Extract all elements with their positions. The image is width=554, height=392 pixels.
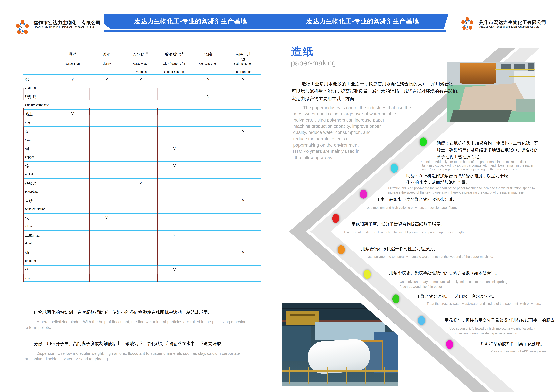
row-label-cn: 铀: [25, 250, 29, 255]
photo-shape: [289, 367, 290, 384]
paper-roll-photo: [282, 303, 398, 386]
logo-dot-icon: [467, 26, 468, 28]
row-label-cn: 二氧化钛: [25, 233, 40, 238]
row-label-en: clay: [25, 120, 30, 124]
logo-dot-icon: [19, 28, 21, 31]
bullet-dot-recycle-fibers: [360, 190, 367, 199]
photo-shape: [516, 99, 535, 112]
check-mark: V: [71, 111, 74, 116]
intro-en-line: papermaking on the environment.: [293, 143, 360, 148]
intro-en-line: machine production capacity, improve pap…: [293, 124, 381, 129]
row-label-en: aluminum: [25, 86, 38, 89]
logo-blob-icon: [25, 24, 29, 28]
col-header-cn: 沉降、过滤: [234, 52, 252, 62]
check-mark: V: [242, 250, 245, 255]
logo-dot-icon: [20, 23, 21, 25]
photo-shape: [384, 367, 385, 384]
check-mark: V: [242, 77, 245, 81]
col-header-en: Concentration: [199, 62, 217, 65]
row-label-en: calcium carbonate: [25, 103, 49, 107]
check-mark: V: [105, 77, 108, 81]
photo-shape: [282, 382, 398, 386]
col-header-en: Clarification after: [163, 62, 186, 65]
bullet-dot-water-treatment: [392, 294, 399, 303]
table-line: [23, 144, 261, 144]
photo-shape: [509, 76, 535, 77]
note-dispersion-en: or titanium dioxide in water, or send to…: [25, 357, 108, 361]
bullet-en: increase the speed of the drying operati…: [388, 191, 524, 194]
row-label-en: phosphate: [25, 190, 38, 193]
table-line: [56, 49, 56, 282]
photo-shape: [450, 110, 512, 122]
applications-table: 悬浮 suspension 澄清 clarify 废水处理 waste wate…: [23, 49, 261, 282]
intro-en-line: reduce the harmful effects of: [293, 136, 350, 141]
row-label-cn: 粘土: [25, 112, 33, 117]
table-line: [23, 109, 261, 110]
note-pelletizing-en: to form pellets.: [25, 325, 51, 330]
logo-blob-icon: [470, 20, 473, 24]
col-header-en: suspension: [65, 62, 80, 65]
photo-shape: [327, 367, 328, 384]
bullet-cn: 对AKD型施胶剂作阳离子化处理。: [480, 341, 544, 347]
check-mark: V: [71, 77, 74, 81]
logo-blob-icon: [469, 26, 472, 30]
row-label-cn: 碳酸钙: [25, 94, 36, 99]
table-line: [158, 49, 158, 282]
table-line: [23, 92, 261, 92]
page-title-cn: 造纸: [291, 44, 314, 59]
check-mark: V: [139, 77, 142, 81]
bullet-cn: 用低阳离子度、低分子量聚合物提高纸张干强度。: [351, 221, 445, 227]
bullet-cn: 离子性视工艺性质而定。: [437, 154, 483, 160]
check-mark: V: [207, 77, 210, 81]
photo-shape: [365, 367, 366, 384]
col-header-en: acid dissolution: [164, 70, 185, 74]
row-label-cn: 磷酸盐: [25, 181, 36, 186]
photo-shape: [307, 338, 371, 375]
row-label-en: nickel: [25, 172, 33, 176]
row-label-cn: 煤: [25, 129, 29, 134]
table-line: [23, 49, 24, 282]
intro-cn-line: 可以增加纸机生产能力，提高纸张质量，减少水的消耗，减轻造纸对环境的有害影响。: [292, 88, 461, 94]
row-label-cn: 锌: [25, 267, 29, 273]
bullet-dot-retention: [420, 137, 427, 146]
bullet-cn: 助留：在纸机机头中加聚合物，使填料（二氧化钛、高: [437, 140, 539, 146]
photo-shape: [282, 308, 398, 309]
logo-dot-icon: [464, 25, 465, 27]
bullet-en: Cationic treatment of AKD sizing agent: [491, 350, 547, 353]
col-header-cn: 浓缩: [204, 52, 212, 57]
check-mark: V: [173, 163, 176, 168]
row-label-cn: 铜: [25, 146, 29, 151]
table-line: [261, 49, 261, 282]
col-header-en: Sedimentation: [234, 62, 252, 65]
banner-right: 宏达力生物化工-专业的絮凝剂生产基地: [277, 14, 448, 29]
logo-blob-icon: [461, 20, 465, 24]
col-header-en: treatment: [135, 70, 147, 74]
col-header-en: waste water: [133, 62, 148, 65]
table-line: [23, 74, 261, 75]
bullet-en: (titanium dioxide, kaolin, calcium carbo…: [419, 164, 533, 167]
table-line: [124, 49, 124, 282]
intro-en-line: The paper industry is one of the industr…: [303, 105, 411, 110]
bullet-dot-filtration: [391, 164, 398, 173]
company-name-cn-left: 焦作市宏达力生物化工有限公司: [34, 20, 101, 26]
table-line: [23, 230, 261, 231]
note-dispersion-cn: 分散：用低分子量、高阴离子度絮凝剂使粘土、碳酸钙或二氧化钛等矿物悬浮在水中，或送…: [34, 341, 225, 347]
intro-en-line: most water and is also a large user of w…: [294, 112, 396, 116]
table-line: [225, 49, 225, 282]
table-line: [23, 213, 261, 214]
check-mark: V: [207, 94, 210, 99]
bullet-en: Use medium and high cationic polymers to…: [367, 206, 458, 210]
check-mark: V: [173, 146, 176, 151]
bullet-cn: 用聚合物在纸机湿部临时性提高湿强度。: [361, 246, 437, 252]
bullet-en: more. Poly ionic properties thereof depe…: [419, 167, 519, 171]
row-label-en: uranium: [25, 259, 36, 263]
photo-shape: [282, 371, 398, 372]
bullet-dot-dry-strength: [332, 214, 339, 223]
logo-dot-icon: [465, 20, 466, 22]
logo-blob-icon: [24, 29, 28, 34]
row-label-cn: 铝: [25, 77, 29, 82]
check-mark: V: [105, 215, 108, 220]
row-label-cn: 镍: [25, 164, 29, 169]
bullet-en: Use coagulant, followed by high-molecula…: [449, 327, 535, 330]
row-label-cn: 采砂: [25, 198, 33, 203]
